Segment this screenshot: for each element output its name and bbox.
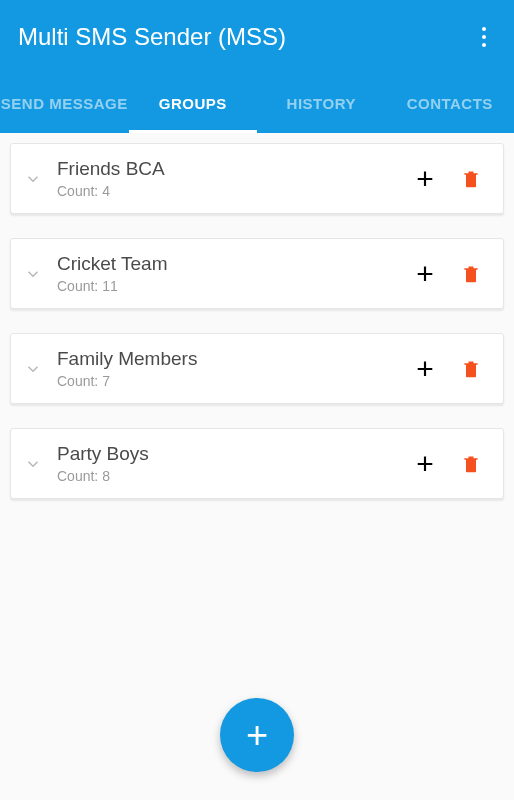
add-member-icon[interactable]: +: [407, 354, 443, 384]
more-menu-icon[interactable]: [472, 25, 496, 49]
group-name: Family Members: [57, 348, 397, 370]
group-card: Party Boys Count: 8 +: [10, 428, 504, 499]
group-count: Count: 8: [57, 468, 397, 484]
tab-history[interactable]: HISTORY: [257, 73, 386, 133]
group-count: Count: 4: [57, 183, 397, 199]
add-group-fab[interactable]: +: [220, 698, 294, 772]
group-name: Cricket Team: [57, 253, 397, 275]
plus-icon: +: [246, 714, 268, 757]
group-card: Cricket Team Count: 11 +: [10, 238, 504, 309]
app-header: Multi SMS Sender (MSS): [0, 0, 514, 73]
group-count: Count: 7: [57, 373, 397, 389]
add-member-icon[interactable]: +: [407, 164, 443, 194]
trash-icon[interactable]: [453, 452, 489, 476]
group-info: Cricket Team Count: 11: [57, 253, 397, 294]
group-name: Friends BCA: [57, 158, 397, 180]
chevron-down-icon[interactable]: [19, 360, 47, 378]
tab-contacts[interactable]: CONTACTS: [386, 73, 515, 133]
add-member-icon[interactable]: +: [407, 449, 443, 479]
groups-list: Friends BCA Count: 4 + Cricket Team Coun…: [0, 133, 514, 499]
group-info: Family Members Count: 7: [57, 348, 397, 389]
group-info: Party Boys Count: 8: [57, 443, 397, 484]
group-card: Family Members Count: 7 +: [10, 333, 504, 404]
group-info: Friends BCA Count: 4: [57, 158, 397, 199]
app-title: Multi SMS Sender (MSS): [18, 23, 286, 51]
add-member-icon[interactable]: +: [407, 259, 443, 289]
trash-icon[interactable]: [453, 357, 489, 381]
tab-send-message[interactable]: SEND MESSAGE: [0, 73, 129, 133]
group-count: Count: 11: [57, 278, 397, 294]
group-card: Friends BCA Count: 4 +: [10, 143, 504, 214]
chevron-down-icon[interactable]: [19, 455, 47, 473]
tab-bar: SEND MESSAGE GROUPS HISTORY CONTACTS: [0, 73, 514, 133]
chevron-down-icon[interactable]: [19, 170, 47, 188]
group-name: Party Boys: [57, 443, 397, 465]
trash-icon[interactable]: [453, 262, 489, 286]
trash-icon[interactable]: [453, 167, 489, 191]
chevron-down-icon[interactable]: [19, 265, 47, 283]
tab-groups[interactable]: GROUPS: [129, 73, 258, 133]
